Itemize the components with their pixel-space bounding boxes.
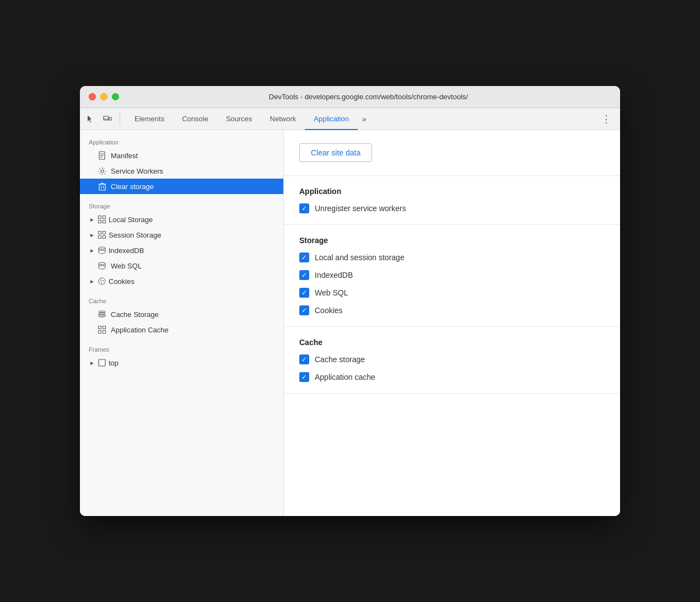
sidebar-item-cache-storage[interactable]: Cache Storage xyxy=(80,307,283,322)
svg-rect-35 xyxy=(103,331,106,334)
arrow-right-icon: ► xyxy=(89,247,95,254)
main-content: Application Manifest xyxy=(80,130,620,516)
panel-storage-section: Storage ✓ Local and session storage ✓ In… xyxy=(284,225,620,327)
tab-application[interactable]: Application xyxy=(305,108,358,130)
titlebar: DevTools - developers.google.com/web/too… xyxy=(80,86,620,108)
svg-rect-34 xyxy=(99,331,101,334)
checkbox-input-local-session[interactable]: ✓ xyxy=(299,252,309,262)
checkmark-icon: ✓ xyxy=(301,356,307,363)
sidebar-item-top[interactable]: ► top xyxy=(80,355,283,370)
panel-cache-section: Cache ✓ Cache storage ✓ Application cach… xyxy=(284,327,620,394)
devtools-icons xyxy=(84,112,120,126)
sidebar-item-clear-storage[interactable]: Clear storage xyxy=(80,179,283,194)
application-cache-icon xyxy=(98,325,106,334)
checkbox-cache-storage[interactable]: ✓ Cache storage xyxy=(299,354,605,364)
manifest-icon xyxy=(98,151,106,160)
checkbox-unregister-service-workers[interactable]: ✓ Unregister service workers xyxy=(299,203,605,213)
checkbox-input-application-cache[interactable]: ✓ xyxy=(299,372,309,382)
sidebar: Application Manifest xyxy=(80,130,284,516)
local-storage-icon xyxy=(98,215,106,224)
tab-network[interactable]: Network xyxy=(261,108,305,130)
maximize-button[interactable] xyxy=(112,93,119,100)
panel-application-section: Application ✓ Unregister service workers xyxy=(284,176,620,225)
svg-point-23 xyxy=(99,262,105,265)
svg-rect-36 xyxy=(99,359,105,366)
more-tabs-icon[interactable]: » xyxy=(358,112,371,126)
checkbox-input-indexeddb[interactable]: ✓ xyxy=(299,270,309,280)
checkmark-icon: ✓ xyxy=(301,272,307,278)
svg-rect-0 xyxy=(104,116,109,120)
arrow-right-icon: ► xyxy=(89,216,95,223)
svg-rect-17 xyxy=(99,232,101,234)
sidebar-section-application-label: Application xyxy=(80,130,283,148)
checkbox-input-web-sql[interactable]: ✓ xyxy=(299,288,309,298)
checkbox-input-cookies[interactable]: ✓ xyxy=(299,305,309,315)
svg-point-7 xyxy=(101,170,104,173)
svg-point-27 xyxy=(103,280,104,281)
checkbox-application-cache[interactable]: ✓ Application cache xyxy=(299,372,605,382)
svg-rect-14 xyxy=(103,216,106,219)
svg-point-28 xyxy=(101,282,102,283)
main-panel: Clear site data Application ✓ Unregister… xyxy=(284,130,620,516)
svg-rect-15 xyxy=(99,221,101,223)
svg-rect-33 xyxy=(103,326,106,329)
arrow-right-icon: ► xyxy=(89,232,95,238)
sidebar-item-service-workers[interactable]: Service Workers xyxy=(80,163,283,179)
arrow-right-icon: ► xyxy=(89,359,95,366)
panel-storage-title: Storage xyxy=(299,236,605,245)
svg-rect-1 xyxy=(109,117,111,120)
checkbox-indexeddb[interactable]: ✓ IndexedDB xyxy=(299,270,605,280)
sidebar-section-frames-label: Frames xyxy=(80,337,283,355)
web-sql-icon xyxy=(98,261,106,270)
checkmark-icon: ✓ xyxy=(301,289,307,296)
sidebar-section-cache-label: Cache xyxy=(80,289,283,307)
svg-rect-8 xyxy=(99,184,105,190)
svg-rect-13 xyxy=(99,216,101,219)
svg-rect-18 xyxy=(103,232,106,234)
svg-rect-32 xyxy=(99,326,101,329)
cookies-icon xyxy=(98,277,106,286)
window-title: DevTools - developers.google.com/web/too… xyxy=(126,93,611,101)
checkbox-input-unregister-service-workers[interactable]: ✓ xyxy=(299,203,309,213)
checkbox-local-session-storage[interactable]: ✓ Local and session storage xyxy=(299,252,605,262)
svg-point-21 xyxy=(99,247,105,249)
sidebar-item-cookies[interactable]: ► Cookies xyxy=(80,273,283,289)
svg-point-26 xyxy=(100,280,101,281)
device-icon[interactable] xyxy=(101,112,114,126)
panel-application-title: Application xyxy=(299,187,605,196)
panel-clear-site-section: Clear site data xyxy=(284,130,620,176)
checkbox-input-cache-storage[interactable]: ✓ xyxy=(299,354,309,364)
sidebar-item-local-storage[interactable]: ► Local Storage xyxy=(80,212,283,227)
trash-icon xyxy=(98,182,106,191)
devtools-menu-icon[interactable]: ⋮ xyxy=(597,111,616,127)
checkmark-icon: ✓ xyxy=(301,205,307,212)
tab-console[interactable]: Console xyxy=(173,108,217,130)
clear-site-data-button[interactable]: Clear site data xyxy=(299,143,372,162)
tab-sources[interactable]: Sources xyxy=(217,108,261,130)
svg-point-25 xyxy=(99,278,105,284)
checkmark-icon: ✓ xyxy=(301,374,307,380)
frame-icon xyxy=(98,358,106,367)
close-button[interactable] xyxy=(89,93,96,100)
sidebar-item-session-storage[interactable]: ► Session Storage xyxy=(80,227,283,243)
indexeddb-icon xyxy=(98,246,106,255)
minimize-button[interactable] xyxy=(100,93,107,100)
panel-cache-title: Cache xyxy=(299,338,605,347)
sidebar-item-manifest[interactable]: Manifest xyxy=(80,148,283,163)
svg-rect-19 xyxy=(99,236,101,239)
checkmark-icon: ✓ xyxy=(301,307,307,314)
checkbox-web-sql[interactable]: ✓ Web SQL xyxy=(299,288,605,298)
sidebar-section-storage-label: Storage xyxy=(80,194,283,212)
inspect-icon[interactable] xyxy=(84,112,98,126)
cache-storage-icon xyxy=(98,310,106,319)
checkbox-cookies[interactable]: ✓ Cookies xyxy=(299,305,605,315)
svg-point-31 xyxy=(99,314,105,316)
traffic-lights xyxy=(89,93,119,100)
sidebar-item-web-sql[interactable]: Web SQL xyxy=(80,258,283,273)
sidebar-item-application-cache[interactable]: Application Cache xyxy=(80,322,283,337)
tab-elements[interactable]: Elements xyxy=(126,108,173,130)
sidebar-item-indexeddb[interactable]: ► IndexedDB xyxy=(80,243,283,258)
svg-rect-16 xyxy=(103,221,106,223)
arrow-right-icon: ► xyxy=(89,278,95,284)
checkmark-icon: ✓ xyxy=(301,254,307,261)
